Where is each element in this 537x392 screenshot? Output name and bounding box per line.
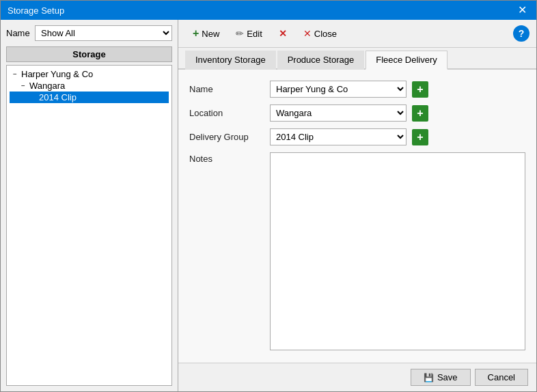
delivery-group-select[interactable]: 2014 Clip [270, 128, 407, 145]
new-icon: + [193, 27, 199, 40]
tree-toggle-harper[interactable]: − [11, 70, 19, 78]
edit-button[interactable]: ✏ Edit [228, 25, 269, 42]
tab-inventory[interactable]: Inventory Storage [185, 51, 276, 70]
window-close-button[interactable]: ✕ [515, 5, 529, 16]
tabs: Inventory Storage Produce Storage Fleece… [178, 49, 536, 70]
save-button[interactable]: 💾 Save [411, 369, 471, 386]
tree-area: − Harper Yung & Co − Wangara 2014 Clip [6, 65, 172, 386]
close-icon: ✕ [303, 28, 312, 39]
location-form-row: Location Wangara + [189, 104, 525, 122]
name-label: Name [6, 28, 31, 38]
new-label: New [202, 29, 219, 39]
delete-button[interactable]: ✕ [271, 25, 294, 42]
delivery-group-add-button[interactable]: + [412, 129, 428, 145]
name-form-label: Name [189, 84, 264, 94]
left-panel: Name Show All Harper Yung & Co Storage −… [1, 20, 178, 391]
bottom-bar: 💾 Save Cancel [178, 363, 536, 391]
notes-textarea[interactable] [270, 152, 525, 350]
edit-label: Edit [247, 29, 262, 39]
delete-icon: ✕ [279, 28, 287, 39]
tab-fleece[interactable]: Fleece Delivery [366, 51, 448, 70]
tree-toggle-2014clip [29, 94, 37, 101]
notes-label: Notes [189, 152, 264, 356]
name-select[interactable]: Show All Harper Yung & Co [35, 25, 172, 41]
edit-icon: ✏ [236, 28, 244, 39]
cancel-label: Cancel [488, 372, 515, 382]
tab-produce[interactable]: Produce Storage [277, 51, 365, 70]
cancel-button[interactable]: Cancel [475, 369, 528, 386]
name-form-select[interactable]: Harper Yung & Co [270, 81, 407, 98]
toolbar: + New ✏ Edit ✕ ✕ Close ? [178, 20, 536, 48]
location-form-label: Location [189, 108, 264, 118]
tree-label-harper: Harper Yung & Co [21, 69, 93, 79]
delivery-group-label: Delivery Group [189, 132, 264, 142]
name-add-button[interactable]: + [412, 81, 428, 98]
close-button[interactable]: ✕ Close [296, 25, 344, 42]
tree-label-2014clip: 2014 Clip [39, 92, 77, 102]
tree-item-harper[interactable]: − Harper Yung & Co [10, 68, 169, 80]
tree-item-wangara[interactable]: − Wangara [10, 80, 169, 92]
location-form-select[interactable]: Wangara [270, 104, 407, 122]
delivery-group-form-row: Delivery Group 2014 Clip + [189, 128, 525, 145]
title-bar: Storage Setup ✕ [1, 1, 536, 20]
tree-item-2014clip[interactable]: 2014 Clip [10, 92, 169, 103]
tab-content-fleece: Name Harper Yung & Co + Location Wangara… [178, 70, 536, 363]
name-row: Name Show All Harper Yung & Co [6, 25, 172, 41]
notes-row: Notes [189, 152, 525, 356]
help-button[interactable]: ? [513, 25, 529, 42]
save-icon: 💾 [424, 373, 434, 382]
location-add-button[interactable]: + [412, 105, 428, 122]
tree-label-wangara: Wangara [29, 81, 65, 91]
window-title: Storage Setup [8, 5, 64, 16]
storage-header: Storage [6, 46, 172, 62]
new-button[interactable]: + New [185, 24, 227, 43]
storage-setup-window: Storage Setup ✕ Name Show All Harper Yun… [0, 0, 537, 392]
tree-toggle-wangara[interactable]: − [19, 82, 27, 89]
right-panel: + New ✏ Edit ✕ ✕ Close ? Inv [178, 20, 536, 391]
save-label: Save [437, 372, 458, 382]
close-label: Close [314, 29, 337, 39]
name-form-row: Name Harper Yung & Co + [189, 81, 525, 98]
